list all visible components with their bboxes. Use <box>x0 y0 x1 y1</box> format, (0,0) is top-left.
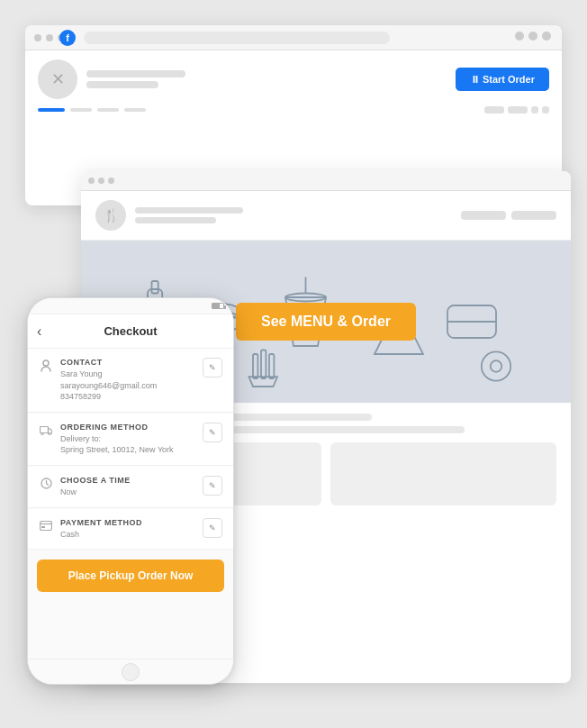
fb-action-btn-4 <box>542 106 549 114</box>
browser-actions <box>515 32 551 41</box>
fb-name-line-2 <box>86 81 158 88</box>
restaurant-detail-line <box>135 217 216 223</box>
choose-time-title: CHOOSE A TIME <box>60 476 195 485</box>
svg-point-19 <box>49 433 50 435</box>
browser-urlbar <box>84 32 390 44</box>
fb-tab-1[interactable] <box>70 108 92 112</box>
phone-home-button[interactable] <box>122 663 140 681</box>
choose-time-section: CHOOSE A TIME Now ✎ <box>28 467 233 508</box>
fb-action-buttons <box>484 106 549 114</box>
restaurant-titlebar <box>81 171 571 191</box>
restaurant-dot-3 <box>108 177 114 184</box>
ordering-method-content: ORDERING METHOD Delivery to: Spring Stre… <box>60 423 195 456</box>
contact-section-title: CONTACT <box>60 358 195 367</box>
edit-delivery-icon: ✎ <box>209 428 216 437</box>
checkout-back-button[interactable]: ‹ <box>37 323 41 340</box>
payment-method-detail: Cash <box>60 529 195 541</box>
contact-section: CONTACT Sara Young sarayoung646@gmail.co… <box>28 349 233 413</box>
time-icon <box>39 477 53 491</box>
svg-point-16 <box>43 360 49 366</box>
restaurant-dot-1 <box>88 177 95 184</box>
fb-profile-area: ✕ ⏸ Start Order <box>38 59 549 99</box>
checkout-screen: ‹ Checkout CONTACT Sara Young sarayoung6… <box>28 314 233 659</box>
contact-edit-button[interactable]: ✎ <box>203 358 222 378</box>
svg-point-18 <box>41 433 43 435</box>
fb-action-btn-2 <box>508 106 528 114</box>
fb-avatar: ✕ <box>38 59 77 99</box>
back-chevron-icon: ‹ <box>37 323 41 340</box>
ordering-method-title: ORDERING METHOD <box>60 423 195 432</box>
phone-battery-icon <box>212 303 224 309</box>
svg-rect-21 <box>41 522 52 531</box>
edit-icon: ✎ <box>209 363 216 372</box>
payment-method-section: PAYMENT METHOD Cash ✎ <box>28 509 233 551</box>
svg-rect-15 <box>269 354 274 378</box>
ordering-method-line1: Delivery to: <box>60 433 195 445</box>
fb-tab-3[interactable] <box>124 108 146 112</box>
checkout-body: CONTACT Sara Young sarayoung646@gmail.co… <box>28 349 233 659</box>
browser-dot-1 <box>34 34 41 41</box>
restaurant-dot-2 <box>98 177 104 184</box>
phone-battery-fill <box>212 304 220 308</box>
restaurant-action-block-1 <box>461 211 506 220</box>
svg-rect-13 <box>253 354 257 378</box>
place-order-button[interactable]: Place Pickup Order Now <box>37 560 224 592</box>
fb-action-btn-1 <box>484 106 504 114</box>
phone-statusbar <box>28 298 233 314</box>
contact-phone: 834758299 <box>60 391 195 403</box>
payment-method-edit-button[interactable]: ✎ <box>203 518 222 538</box>
choose-time-detail: Now <box>60 487 195 498</box>
browser-action-dot-2 <box>528 32 537 41</box>
fb-tab-active[interactable] <box>38 108 65 112</box>
restaurant-info-lines <box>135 207 243 223</box>
ordering-method-address: Spring Street, 10012, New York <box>60 444 195 456</box>
restaurant-name-line <box>135 207 243 214</box>
edit-time-icon: ✎ <box>209 481 216 490</box>
choose-time-content: CHOOSE A TIME Now <box>60 476 195 498</box>
rest-card-2 <box>330 442 556 505</box>
restaurant-action-block-2 <box>511 211 556 220</box>
contact-name: Sara Young <box>60 369 195 380</box>
delivery-icon <box>39 423 53 438</box>
contact-email: sarayoung646@gmail.com <box>60 380 195 392</box>
phone-statusbar-right <box>212 303 224 309</box>
payment-icon <box>39 519 53 533</box>
browser-action-dot-3 <box>542 32 551 41</box>
restaurant-logo-icon: 🍴 <box>95 200 126 231</box>
phone-home-button-area <box>28 659 233 684</box>
svg-rect-23 <box>41 526 45 528</box>
restaurant-header: 🍴 <box>81 191 571 241</box>
start-order-button[interactable]: ⏸ Start Order <box>456 68 549 91</box>
facebook-icon: f <box>59 30 76 46</box>
ordering-method-edit-button[interactable]: ✎ <box>203 423 222 442</box>
checkout-title: Checkout <box>104 324 157 338</box>
fb-tab-2[interactable] <box>97 108 119 112</box>
svg-rect-17 <box>41 426 49 432</box>
svg-point-12 <box>491 360 502 372</box>
payment-method-title: PAYMENT METHOD <box>60 518 195 527</box>
fb-name-lines <box>86 70 185 88</box>
contact-content: CONTACT Sara Young sarayoung646@gmail.co… <box>60 358 195 403</box>
choose-time-edit-button[interactable]: ✎ <box>203 476 222 496</box>
contact-icon <box>39 359 53 373</box>
svg-rect-1 <box>152 281 158 294</box>
fb-action-btn-3 <box>531 106 538 114</box>
see-menu-order-button[interactable]: See MENU & Order <box>236 303 416 341</box>
fb-name-line-1 <box>86 70 185 77</box>
facebook-content: ✕ ⏸ Start Order <box>25 50 562 128</box>
browser-action-dot-1 <box>515 32 524 41</box>
mobile-phone: ‹ Checkout CONTACT Sara Young sarayoung6… <box>27 297 234 685</box>
checkout-header: ‹ Checkout <box>28 314 233 349</box>
payment-method-content: PAYMENT METHOD Cash <box>60 518 195 541</box>
edit-payment-icon: ✎ <box>209 523 216 532</box>
fb-tabs-row <box>38 106 549 114</box>
browser-dot-2 <box>46 34 53 41</box>
svg-rect-14 <box>261 350 266 379</box>
ordering-method-section: ORDERING METHOD Delivery to: Spring Stre… <box>28 414 233 466</box>
